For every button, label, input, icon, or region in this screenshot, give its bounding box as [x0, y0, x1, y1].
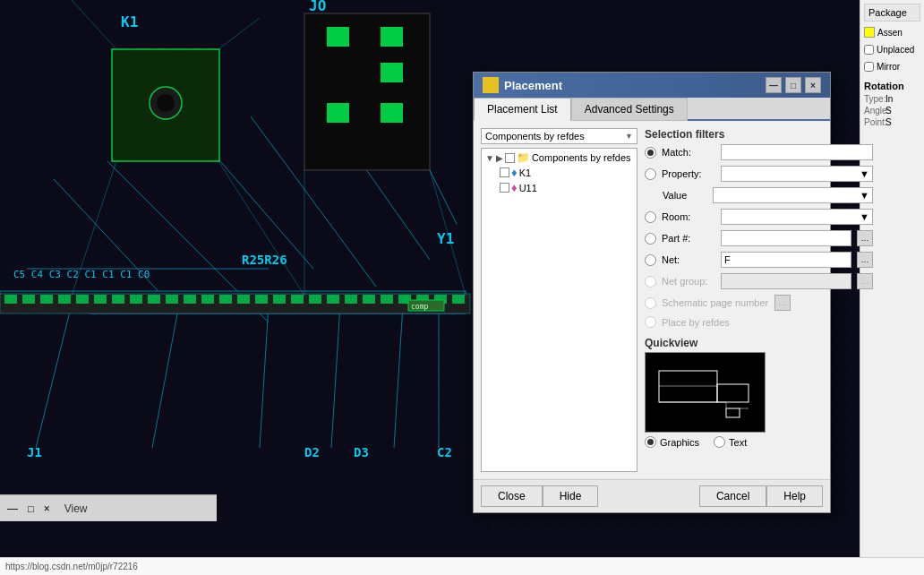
match-input[interactable] — [721, 144, 873, 160]
svg-rect-35 — [94, 295, 107, 304]
filters-panel: Selection filters Match: Property: ▼ Val… — [645, 128, 873, 472]
unplaced-label: Unplaced — [877, 45, 914, 55]
text-radio[interactable] — [714, 436, 725, 448]
u11-label[interactable]: U11 — [519, 183, 537, 193]
room-dropdown[interactable]: ▼ — [721, 209, 873, 225]
graphics-radio-item[interactable]: Graphics — [645, 436, 699, 448]
part-radio[interactable] — [645, 233, 656, 245]
part-btn[interactable]: … — [857, 230, 873, 246]
tree-item-u11[interactable]: ♦ U11 — [498, 180, 635, 195]
filter-room-row: Room: ▼ — [645, 209, 873, 225]
u11-checkbox[interactable] — [500, 183, 509, 193]
netgroup-btn[interactable]: … — [857, 273, 873, 289]
component-tree[interactable]: ▼ ▶ 📁 Components by refdes ♦ K1 — [481, 148, 637, 472]
svg-rect-29 — [381, 103, 403, 123]
placement-dialog: Placement — □ × Placement List Advanced … — [473, 72, 831, 513]
maximize-btn[interactable]: □ — [28, 503, 34, 514]
svg-rect-39 — [166, 295, 178, 304]
svg-rect-74 — [717, 384, 749, 402]
url-bar: https://blog.csdn.net/m0jp/r72216 — [0, 557, 924, 575]
svg-text:D2: D2 — [304, 445, 320, 459]
k1-label[interactable]: K1 — [519, 167, 531, 178]
quickview-radio-row: Graphics Text — [645, 436, 873, 448]
mirror-checkbox[interactable] — [864, 62, 874, 72]
property-label: Property: — [662, 168, 715, 179]
close-button[interactable]: Close — [481, 485, 543, 507]
quickview-title: Quickview — [645, 337, 873, 349]
svg-rect-38 — [148, 295, 160, 304]
room-radio[interactable] — [645, 211, 656, 223]
svg-rect-44 — [255, 295, 268, 304]
root-label[interactable]: Components by refdes — [532, 152, 631, 163]
property-dropdown-arrow: ▼ — [860, 168, 869, 179]
netgroup-radio[interactable] — [645, 276, 656, 288]
svg-rect-49 — [345, 295, 357, 304]
net-input[interactable] — [721, 252, 851, 268]
match-label: Match: — [662, 147, 715, 158]
filter-match-row: Match: — [645, 144, 873, 160]
svg-text:R25R26: R25R26 — [242, 253, 287, 267]
schematic-radio[interactable] — [645, 297, 656, 309]
tree-item-k1[interactable]: ♦ K1 — [498, 165, 635, 180]
part-input[interactable] — [721, 230, 851, 246]
net-label: Net: — [662, 254, 715, 265]
root-checkbox[interactable] — [505, 153, 515, 163]
filter-schematic-row: Schematic page number … — [645, 295, 873, 311]
tree-children: ♦ K1 ♦ U11 — [498, 165, 635, 195]
net-radio[interactable] — [645, 254, 656, 266]
dialog-titlebar: Placement — □ × — [474, 73, 830, 98]
property-dropdown[interactable]: ▼ — [721, 166, 873, 182]
room-label: Room: — [662, 211, 715, 222]
close-window-btn[interactable]: × — [44, 502, 50, 515]
minimize-dialog-btn[interactable]: — — [766, 77, 782, 93]
placebyrefdes-radio[interactable] — [645, 316, 656, 328]
filter-net-row: Net: … — [645, 252, 873, 268]
netgroup-label: Net group: — [662, 276, 715, 287]
tab-placement-list[interactable]: Placement List — [474, 98, 571, 121]
hide-button[interactable]: Hide — [543, 485, 599, 507]
value-label: Value — [663, 190, 707, 201]
svg-rect-73 — [659, 371, 717, 402]
view-label: View — [64, 502, 88, 515]
rotation-point-row: Point: S — [864, 117, 920, 127]
dialog-footer: Close Hide Cancel Help — [474, 479, 830, 512]
text-label: Text — [729, 437, 747, 448]
assembly-color — [864, 27, 875, 38]
value-dropdown[interactable]: ▼ — [713, 187, 873, 203]
svg-rect-43 — [237, 295, 250, 304]
svg-text:Y1: Y1 — [437, 230, 454, 247]
tree-expand-icon[interactable]: ▼ — [485, 153, 494, 163]
help-button[interactable]: Help — [766, 485, 823, 507]
svg-point-23 — [157, 94, 175, 112]
net-btn[interactable]: … — [857, 252, 873, 268]
schematic-label: Schematic page number — [662, 297, 769, 308]
tree-expand2-icon[interactable]: ▶ — [496, 153, 503, 163]
rotation-type-row: Type: In — [864, 94, 920, 104]
svg-rect-40 — [184, 295, 196, 304]
close-dialog-btn[interactable]: × — [805, 77, 821, 93]
u11-icon: ♦ — [511, 181, 518, 194]
cancel-button[interactable]: Cancel — [699, 485, 766, 507]
svg-rect-48 — [327, 295, 339, 304]
maximize-dialog-btn[interactable]: □ — [785, 77, 801, 93]
svg-rect-33 — [58, 295, 71, 304]
property-radio[interactable] — [645, 168, 656, 180]
match-radio[interactable] — [645, 147, 656, 159]
graphics-radio[interactable] — [645, 436, 656, 448]
minimize-btn[interactable]: — — [7, 502, 18, 515]
graphics-label: Graphics — [660, 437, 699, 448]
schematic-btn[interactable]: … — [774, 295, 791, 311]
type-value: In — [886, 94, 893, 104]
svg-text:comp: comp — [411, 303, 428, 311]
svg-rect-30 — [4, 295, 17, 304]
tree-root-node: ▼ ▶ 📁 Components by refdes — [483, 150, 635, 165]
svg-rect-25 — [327, 27, 349, 47]
svg-text:C2: C2 — [437, 445, 452, 459]
tab-advanced-settings[interactable]: Advanced Settings — [571, 98, 688, 121]
k1-checkbox[interactable] — [500, 167, 509, 177]
text-radio-item[interactable]: Text — [714, 436, 747, 448]
unplaced-checkbox[interactable] — [864, 45, 874, 55]
svg-text:JO: JO — [309, 0, 326, 14]
components-dropdown[interactable]: Components by refdes ▼ — [481, 128, 637, 144]
filter-property-row: Property: ▼ — [645, 166, 873, 182]
